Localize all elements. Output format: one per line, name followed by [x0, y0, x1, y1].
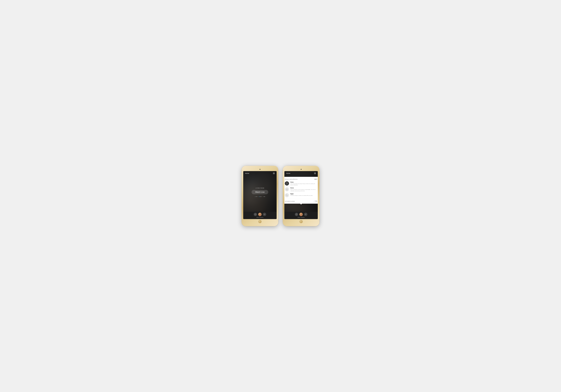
ipad-screen-right: Home G ROOM ch Live 💧 50% ↻ AIR — [284, 171, 318, 219]
mode-preferences-popup[interactable]: Edit your mode preferences. EDIT Away Wh — [284, 177, 318, 204]
home-icon — [286, 188, 288, 190]
front-camera — [259, 169, 260, 170]
popup-header-text: Edit your mode preferences. — [285, 179, 298, 180]
bottom-bar: + View Timeline — [243, 212, 277, 219]
app-title-right: Home — [286, 173, 290, 174]
popup-footer: Set location to private — [285, 199, 317, 204]
bottom-bar-right: + View Timeline — [284, 212, 318, 219]
view-timeline-button-right[interactable]: View Timeline — [298, 217, 305, 218]
shield-icon-right — [296, 214, 297, 215]
mode-button-right[interactable] — [295, 213, 298, 216]
front-camera-right — [301, 169, 302, 170]
plus-icon: + — [264, 214, 265, 215]
night-mode-icon-circle — [285, 193, 289, 197]
app-header: Home — [243, 171, 277, 175]
private-label: Set location to private — [285, 201, 295, 202]
air-reading: ↻ AIR — [263, 196, 265, 197]
popup-header: Edit your mode preferences. EDIT — [285, 179, 317, 180]
water-drop-icon: 💧 — [259, 196, 260, 197]
popup-edit-button[interactable]: EDIT — [314, 179, 317, 180]
hamburger-menu-icon[interactable] — [273, 173, 275, 174]
thermometer-icon: 🌡 — [255, 196, 256, 197]
screen-wrapper: Home LIVING ROOM Watch Live 🌡 65°F 💧 50% — [243, 171, 277, 219]
avatar-button[interactable] — [258, 213, 262, 216]
ipad-screen: Home LIVING ROOM Watch Live 🌡 65°F 💧 50% — [243, 171, 277, 219]
top-bar — [243, 168, 277, 171]
away-mode-name: Away — [290, 181, 317, 183]
sensor-readings: 🌡 65°F 💧 50% ↻ AIR — [255, 196, 265, 197]
view-timeline-button[interactable]: View Timeline — [256, 217, 263, 218]
moon-icon — [286, 194, 288, 196]
screen-wrapper-right: Home G ROOM ch Live 💧 50% ↻ AIR — [284, 171, 318, 219]
watch-live-button[interactable]: Watch Live — [252, 190, 268, 194]
away-mode-text: Away When all members are away Canary mo… — [290, 181, 317, 186]
room-label: LIVING ROOM — [256, 187, 264, 189]
ipad-bottom-bar-right — [284, 219, 318, 224]
home-mode-desc: When a member is home Canary is customiz… — [290, 189, 317, 191]
away-mode-icon-circle — [285, 181, 289, 186]
temperature-value: 65°F — [256, 196, 258, 197]
away-shield-icon — [286, 182, 288, 185]
mode-item-away[interactable]: Away When all members are away Canary mo… — [285, 181, 317, 186]
app-title: Home — [245, 173, 249, 174]
night-mode-text: Night Schedule Canary to monitor for act… — [290, 193, 317, 196]
user-avatar-right — [299, 213, 303, 216]
mode-item-night[interactable]: Night Schedule Canary to monitor for act… — [285, 193, 317, 197]
avatar-button-right[interactable] — [299, 213, 303, 216]
home-button[interactable] — [258, 220, 261, 223]
mode-item-home[interactable]: Home When a member is home Canary is cus… — [285, 187, 317, 191]
home-mode-name: Home — [290, 187, 317, 189]
home-button-right[interactable] — [300, 220, 303, 223]
right-ipad: Home G ROOM ch Live 💧 50% ↻ AIR — [283, 166, 319, 226]
app-header-right: Home — [284, 171, 318, 175]
away-mode-desc: When all members are away Canary monitor… — [290, 183, 317, 186]
shield-icon — [255, 214, 256, 215]
night-mode-desc: Schedule Canary to monitor for activity … — [290, 195, 317, 196]
hamburger-menu-icon-right[interactable] — [314, 173, 316, 174]
air-label: AIR — [264, 196, 265, 197]
user-avatar — [258, 213, 262, 216]
plus-icon-right: + — [305, 214, 306, 215]
top-bar-right — [284, 168, 318, 171]
ipad-bottom-bar — [243, 219, 277, 224]
home-mode-text: Home When a member is home Canary is cus… — [290, 187, 317, 191]
add-button[interactable]: + — [263, 213, 266, 216]
private-toggle[interactable] — [314, 200, 317, 202]
add-button-right[interactable]: + — [304, 213, 307, 216]
home-mode-icon-circle — [285, 187, 289, 191]
humidity-reading: 💧 50% — [259, 196, 262, 197]
screen-content: LIVING ROOM Watch Live 🌡 65°F 💧 50% ↻ AI… — [243, 175, 277, 212]
bottom-icons-right: + — [295, 213, 307, 216]
left-ipad: Home LIVING ROOM Watch Live 🌡 65°F 💧 50% — [242, 166, 278, 226]
air-icon: ↻ — [263, 196, 263, 197]
humidity-value: 50% — [260, 196, 262, 197]
night-mode-name: Night — [290, 193, 317, 195]
temperature-reading: 🌡 65°F — [255, 196, 258, 197]
mode-button[interactable] — [254, 213, 257, 216]
bottom-icons: + — [254, 213, 266, 216]
